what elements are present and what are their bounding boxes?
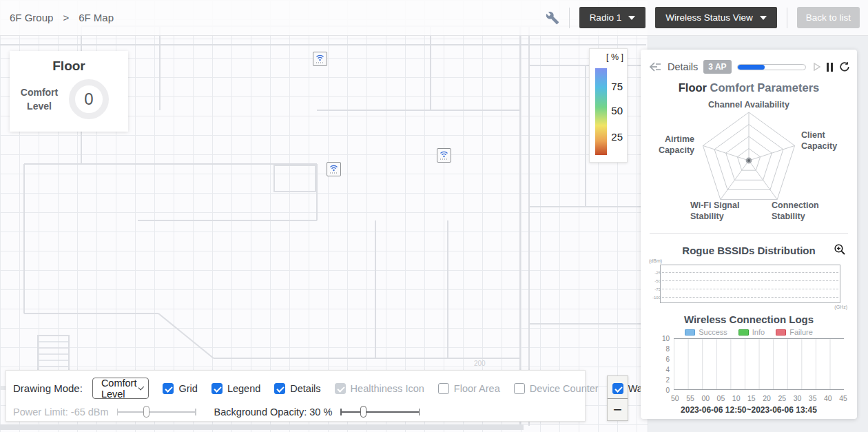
- comfort-radar-chart: Channel Availability Client Capacity Con…: [641, 98, 857, 233]
- refresh-progress-fill: [738, 65, 765, 70]
- rogue-bssids-chart: -25 -50 -75 -100: [660, 265, 840, 303]
- settings-wrench-icon[interactable]: [546, 11, 559, 25]
- logs-x-axis: 50 55 00 05 10 15 20 25 30 35 40 45: [671, 394, 847, 402]
- ap-mini-label: [330, 172, 338, 174]
- checkbox-box[interactable]: [163, 383, 174, 394]
- checkbox-box[interactable]: [274, 383, 285, 394]
- logs-x-tick: 30: [794, 394, 802, 402]
- top-header-bar: 6F Group > 6F Map Radio 1 Wireless Statu…: [0, 0, 868, 36]
- radar-axis-wifi-signal-stability: Wi-Fi Signal Stability: [690, 200, 752, 223]
- comfort-level-label: Comfort Level: [10, 85, 69, 114]
- checkbox-grid[interactable]: Grid: [163, 383, 197, 394]
- radar-axis-channel-availability: Channel Availability: [641, 99, 857, 110]
- breadcrumb: 6F Group > 6F Map: [0, 12, 114, 23]
- radar-axis-airtime-capacity: Airtime Capacity: [650, 134, 694, 156]
- collapse-panel-icon[interactable]: [649, 61, 662, 72]
- details-label: Details: [668, 61, 698, 72]
- radio-select-button[interactable]: Radio 1: [579, 7, 646, 28]
- logs-date-range: 2023-06-06 12:50~2023-06-06 13:45: [641, 405, 857, 415]
- logs-y-tick: 0: [642, 387, 670, 394]
- wifi-icon: [440, 151, 448, 158]
- rogue-y-tick: -25: [654, 271, 661, 275]
- pause-icon[interactable]: [827, 63, 833, 72]
- logs-x-tick: 45: [839, 394, 847, 402]
- wifi-icon: [329, 165, 338, 172]
- rogue-y-tick: -50: [654, 279, 661, 283]
- logs-x-tick: 15: [747, 394, 756, 402]
- chevron-down-icon: [628, 16, 635, 20]
- scale-tick-25: 25: [611, 131, 623, 143]
- checkbox-floor-area: Floor Area: [438, 383, 500, 394]
- back-to-list-button[interactable]: Back to list: [797, 7, 860, 28]
- logs-y-tick: 10: [642, 335, 670, 342]
- refresh-progress-bar: [737, 64, 806, 70]
- drawing-mode-value: Comfort Level: [101, 378, 138, 400]
- checkbox-box[interactable]: [612, 383, 623, 394]
- scale-tick-75: 75: [611, 81, 623, 92]
- checkbox-label: Legend: [227, 383, 260, 394]
- play-icon[interactable]: [814, 63, 820, 71]
- refresh-icon[interactable]: [839, 61, 850, 72]
- checkbox-legend[interactable]: Legend: [211, 383, 260, 394]
- power-limit-slider: [117, 406, 196, 418]
- logs-y-tick: 6: [642, 356, 670, 363]
- logs-y-tick: 4: [642, 366, 670, 373]
- zoom-out-button[interactable]: −: [608, 398, 628, 420]
- drawing-mode-select[interactable]: Comfort Level: [92, 378, 149, 399]
- wifi-icon: [316, 54, 324, 61]
- ap-icon[interactable]: [313, 52, 327, 66]
- checkbox-box[interactable]: [211, 383, 223, 394]
- floor-comfort-panel: Floor Comfort Level 0: [10, 51, 128, 132]
- checkbox-label: Details: [290, 383, 320, 394]
- view-select-label: Wireless Status View: [665, 12, 753, 23]
- background-opacity-slider-thumb[interactable]: [360, 406, 366, 418]
- radar-data-point: [747, 158, 751, 163]
- view-select-button[interactable]: Wireless Status View: [655, 7, 777, 28]
- comfort-parameters-title: Floor Comfort Parameters: [641, 81, 857, 94]
- drawing-mode-label: Drawing Mode:: [13, 382, 83, 394]
- radio-select-label: Radio 1: [590, 12, 622, 23]
- breadcrumb-group-link[interactable]: 6F Group: [10, 12, 53, 23]
- rogue-x-axis-unit: (GHz): [834, 305, 847, 309]
- ap-icon[interactable]: [327, 162, 341, 176]
- scale-tick-50: 50: [611, 105, 623, 116]
- connection-logs-legend: Success Info Failure: [641, 328, 857, 336]
- zoom-in-magnifier-icon[interactable]: [834, 243, 846, 258]
- comfort-parameters-title-rest: Comfort Parameters: [710, 81, 820, 94]
- svg-text:200: 200: [474, 360, 486, 367]
- legend-label-failure: Failure: [789, 328, 813, 336]
- panel-divider: [650, 233, 848, 234]
- ap-mini-label: [316, 62, 324, 63]
- legend-label-info: Info: [752, 328, 765, 336]
- radar-axis-connection-stability: Connection Stability: [772, 200, 834, 223]
- radar-grid: [697, 109, 800, 212]
- checkbox-box: [514, 383, 525, 394]
- ap-count-badge: 3 AP: [703, 60, 731, 74]
- power-limit-slider-thumb: [143, 406, 149, 418]
- logs-x-tick: 20: [763, 394, 771, 402]
- color-scale-legend: [ % ] 75 50 25: [589, 48, 628, 163]
- logs-x-tick: 00: [701, 394, 710, 402]
- legend-swatch-success: [685, 329, 695, 336]
- checkbox-label: Grid: [178, 383, 197, 394]
- checkbox-box: [335, 383, 346, 394]
- background-opacity-slider[interactable]: [340, 406, 420, 418]
- rogue-bssids-title: Rogue BSSIDs Distribution: [641, 245, 857, 256]
- legend-swatch-failure: [776, 329, 786, 336]
- logs-x-tick: 50: [671, 394, 679, 402]
- checkbox-label: Healthiness Icon: [351, 383, 424, 394]
- radar-axis-client-capacity: Client Capacity: [801, 130, 849, 152]
- header-divider: [569, 8, 570, 28]
- rogue-y-tick: -100: [652, 296, 661, 300]
- logs-x-tick: 40: [824, 394, 832, 402]
- checkbox-box: [438, 383, 449, 394]
- ap-mini-label: [440, 158, 448, 160]
- checkbox-details[interactable]: Details: [274, 383, 320, 394]
- ap-icon[interactable]: [437, 148, 451, 163]
- rogue-y-tick: -75: [654, 287, 661, 291]
- floor-panel-title: Floor: [10, 51, 128, 74]
- background-opacity-label: Background Opacity: 30 %: [214, 407, 333, 418]
- rogue-y-axis-unit: (dBm): [649, 258, 662, 263]
- comfort-level-value: 0: [84, 90, 93, 109]
- wireless-map-page: 200 6F Group > 6F Map: [0, 0, 868, 432]
